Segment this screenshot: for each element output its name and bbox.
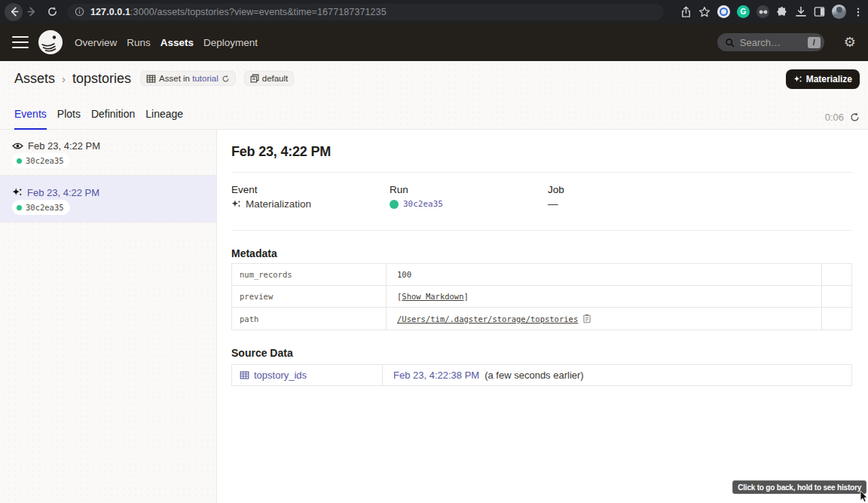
reload-icon xyxy=(47,6,58,17)
repo-default-badge[interactable]: default xyxy=(244,71,295,86)
bookmark-star-icon[interactable] xyxy=(698,6,711,18)
copy-stack-icon xyxy=(250,74,259,83)
event-detail-title: Feb 23, 4:22 PM xyxy=(231,144,852,159)
event-detail-panel: Feb 23, 4:22 PM Event Materialization Ru… xyxy=(217,130,868,503)
breadcrumb-asset-name: topstories xyxy=(72,71,131,87)
asset-badge-repo-link[interactable]: tutorial xyxy=(192,74,219,83)
chrome-menu-icon[interactable] xyxy=(853,7,863,17)
url-host: 127.0.0.1 xyxy=(90,7,130,17)
extension-goggles-icon[interactable] xyxy=(756,5,769,18)
metadata-key: num_records xyxy=(232,264,387,285)
run-id-link[interactable]: 30c2ea35 xyxy=(403,198,443,210)
event-list-sidebar: Feb 23, 4:22 PM 30c2ea35 Feb 23, 4:22 PM… xyxy=(0,130,217,503)
tab-definition[interactable]: Definition xyxy=(91,108,135,130)
event-run-pill[interactable]: 30c2ea35 xyxy=(12,200,70,215)
source-data-section-title: Source Data xyxy=(231,348,852,358)
asset-definition-badge[interactable]: Asset in tutorial xyxy=(140,71,236,86)
tab-lineage[interactable]: Lineage xyxy=(145,108,183,130)
metadata-key: path xyxy=(232,308,387,330)
mouse-cursor xyxy=(857,491,868,503)
event-type-value: Materialization xyxy=(246,198,311,210)
dagster-logo[interactable] xyxy=(38,29,63,55)
source-data-table: topstory_ids Feb 23, 4:22:38 PM (a few s… xyxy=(231,364,852,386)
browser-profile-avatar[interactable] xyxy=(832,5,846,19)
job-value: — xyxy=(548,198,558,210)
url-path: :3000/assets/topstories?view=events&time… xyxy=(130,7,387,17)
nav-item-assets[interactable]: Assets xyxy=(160,37,194,48)
materialize-button-label: Materialize xyxy=(806,74,852,84)
event-run-pill[interactable]: 30c2ea35 xyxy=(12,153,70,168)
event-column-label: Event xyxy=(231,185,390,195)
run-status-dot xyxy=(390,200,399,209)
job-column-label: Job xyxy=(548,185,706,195)
materialization-sparkle-icon xyxy=(12,187,23,198)
browser-toolbar: 127.0.0.1:3000/assets/topstories?view=ev… xyxy=(0,0,868,23)
source-asset-timestamp[interactable]: Feb 23, 4:22:38 PM xyxy=(393,370,479,381)
metadata-row-num-records: num_records 100 xyxy=(232,264,851,286)
address-bar[interactable]: 127.0.0.1:3000/assets/topstories?view=ev… xyxy=(67,4,664,20)
breadcrumb-separator: › xyxy=(62,72,66,85)
nav-item-runs[interactable]: Runs xyxy=(127,37,151,48)
metadata-section-title: Metadata xyxy=(231,248,852,259)
run-column-label: Run xyxy=(390,185,548,195)
page-header: Assets › topstories Asset in tutorial de… xyxy=(0,61,868,130)
side-panel-icon[interactable] xyxy=(814,6,825,17)
event-time: Feb 23, 4:22 PM xyxy=(27,187,99,198)
table-grid-icon xyxy=(146,74,156,84)
asset-table-icon xyxy=(240,370,249,380)
browser-forward-button[interactable] xyxy=(23,3,41,21)
run-id: 30c2ea35 xyxy=(26,156,64,165)
settings-gear-icon[interactable]: ⚙ xyxy=(844,35,856,49)
share-icon[interactable] xyxy=(680,6,692,18)
source-asset-note: (a few seconds earlier) xyxy=(484,370,584,381)
source-asset-link[interactable]: topstory_ids xyxy=(254,370,307,381)
show-markdown-link[interactable]: Show Markdown xyxy=(402,292,463,301)
copy-path-icon[interactable] xyxy=(582,314,591,324)
extensions-puzzle-icon[interactable] xyxy=(776,6,788,18)
asset-badge-prefix: Asset in xyxy=(159,74,190,83)
run-status-dot xyxy=(17,158,22,164)
repo-badge-label: default xyxy=(262,74,289,83)
source-data-row: topstory_ids Feb 23, 4:22:38 PM (a few s… xyxy=(232,365,851,385)
metadata-table: num_records 100 preview [Show Markdown] … xyxy=(231,263,852,330)
downloads-icon[interactable] xyxy=(795,6,807,18)
back-arrow-icon xyxy=(8,6,20,17)
metadata-row-path: path /Users/tim/.dagster/storage/topstor… xyxy=(232,308,851,330)
forward-arrow-icon xyxy=(26,6,38,17)
metadata-value: 100 xyxy=(397,270,411,279)
nav-item-deployment[interactable]: Deployment xyxy=(203,37,258,48)
asset-tabs: Events Plots Definition Lineage xyxy=(14,108,183,130)
observation-eye-icon xyxy=(12,142,23,150)
badge-reload-icon[interactable] xyxy=(222,75,230,83)
site-info-icon[interactable] xyxy=(75,7,84,17)
tab-events[interactable]: Events xyxy=(14,108,47,130)
nav-item-overview[interactable]: Overview xyxy=(75,37,117,48)
back-button-tooltip: Click to go back, hold to see history xyxy=(732,480,866,494)
path-link[interactable]: /Users/tim/.dagster/storage/topstories xyxy=(397,314,578,324)
materialization-sparkle-icon xyxy=(231,199,241,209)
refresh-icon[interactable] xyxy=(850,112,860,122)
metadata-key: preview xyxy=(232,286,387,307)
event-list-item-observation[interactable]: Feb 23, 4:22 PM 30c2ea35 xyxy=(0,130,216,176)
extension-grammarly-icon[interactable]: G xyxy=(737,5,750,18)
metadata-row-preview: preview [Show Markdown] xyxy=(232,286,851,308)
search-icon xyxy=(725,38,735,48)
run-status-dot xyxy=(17,205,22,210)
extension-1password-icon[interactable] xyxy=(717,5,730,18)
app-navbar: Overview Runs Assets Deployment Search… … xyxy=(0,23,868,61)
tab-plots[interactable]: Plots xyxy=(57,108,81,130)
event-time: Feb 23, 4:22 PM xyxy=(28,140,100,152)
global-search-input[interactable]: Search… / xyxy=(717,33,824,51)
event-list-item-materialization[interactable]: Feb 23, 4:22 PM 30c2ea35 xyxy=(0,176,216,222)
breadcrumb-assets[interactable]: Assets xyxy=(14,71,55,87)
browser-reload-button[interactable] xyxy=(43,3,61,21)
screen: 127.0.0.1:3000/assets/topstories?view=ev… xyxy=(0,0,868,503)
refresh-elapsed: 0:06 xyxy=(825,112,844,123)
hamburger-menu-icon[interactable] xyxy=(12,36,29,49)
run-id: 30c2ea35 xyxy=(26,203,64,212)
browser-back-button[interactable] xyxy=(5,3,23,21)
search-placeholder: Search… xyxy=(740,37,781,48)
materialize-sparkle-icon xyxy=(793,75,802,84)
materialize-button[interactable]: Materialize xyxy=(786,69,860,89)
search-shortcut-badge: / xyxy=(808,37,821,48)
